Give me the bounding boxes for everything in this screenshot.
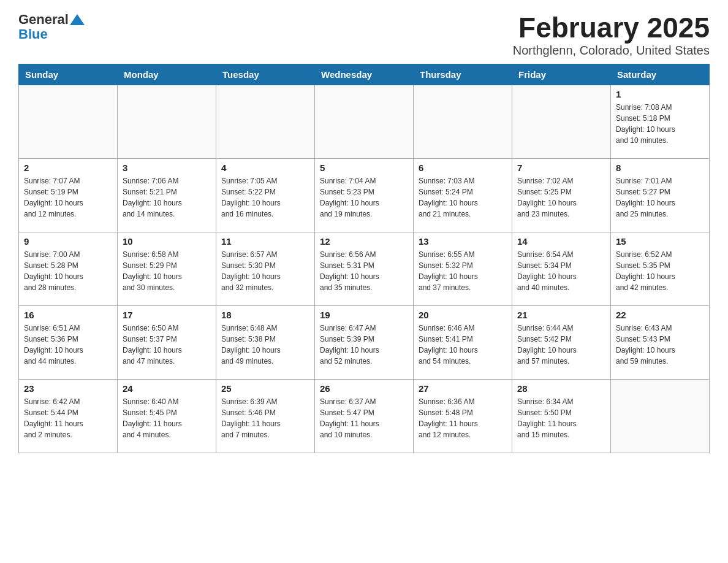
page-header: General Blue February 2025 Northglenn, C… [18, 12, 710, 58]
calendar-title-block: February 2025 Northglenn, Colorado, Unit… [513, 12, 710, 58]
day-info: Sunrise: 6:57 AMSunset: 5:30 PMDaylight:… [221, 249, 309, 293]
table-row: 12Sunrise: 6:56 AMSunset: 5:31 PMDayligh… [315, 232, 414, 305]
day-number: 3 [123, 163, 211, 173]
day-info: Sunrise: 6:51 AMSunset: 5:36 PMDaylight:… [24, 323, 112, 367]
header-wednesday: Wednesday [315, 64, 414, 85]
day-number: 19 [320, 310, 408, 320]
header-monday: Monday [118, 64, 216, 85]
day-number: 22 [616, 310, 704, 320]
day-number: 15 [616, 236, 704, 247]
table-row: 7Sunrise: 7:02 AMSunset: 5:25 PMDaylight… [512, 158, 611, 232]
day-info: Sunrise: 6:42 AMSunset: 5:44 PMDaylight:… [24, 396, 112, 440]
day-info: Sunrise: 6:47 AMSunset: 5:39 PMDaylight:… [320, 323, 408, 367]
day-info: Sunrise: 6:43 AMSunset: 5:43 PMDaylight:… [616, 323, 704, 367]
day-info: Sunrise: 6:56 AMSunset: 5:31 PMDaylight:… [320, 249, 408, 293]
table-row: 18Sunrise: 6:48 AMSunset: 5:38 PMDayligh… [216, 305, 315, 379]
table-row: 15Sunrise: 6:52 AMSunset: 5:35 PMDayligh… [611, 232, 710, 305]
table-row: 13Sunrise: 6:55 AMSunset: 5:32 PMDayligh… [414, 232, 512, 305]
day-info: Sunrise: 7:08 AMSunset: 5:18 PMDaylight:… [616, 102, 704, 146]
calendar-week-row: 23Sunrise: 6:42 AMSunset: 5:44 PMDayligh… [19, 379, 710, 453]
day-info: Sunrise: 7:03 AMSunset: 5:24 PMDaylight:… [419, 175, 507, 220]
table-row: 8Sunrise: 7:01 AMSunset: 5:27 PMDaylight… [611, 158, 710, 232]
logo: General Blue [18, 12, 86, 42]
table-row: 11Sunrise: 6:57 AMSunset: 5:30 PMDayligh… [216, 232, 315, 305]
day-info: Sunrise: 6:58 AMSunset: 5:29 PMDaylight:… [123, 249, 211, 293]
calendar-header-row: Sunday Monday Tuesday Wednesday Thursday… [19, 64, 710, 85]
day-number: 26 [320, 383, 408, 394]
day-number: 2 [24, 163, 112, 173]
table-row [414, 85, 512, 158]
day-info: Sunrise: 7:02 AMSunset: 5:25 PMDaylight:… [517, 175, 605, 220]
day-number: 1 [616, 89, 704, 99]
day-info: Sunrise: 6:54 AMSunset: 5:34 PMDaylight:… [517, 249, 605, 293]
day-number: 14 [517, 236, 605, 247]
day-info: Sunrise: 6:52 AMSunset: 5:35 PMDaylight:… [616, 249, 704, 293]
svg-marker-0 [70, 14, 85, 25]
table-row [611, 379, 710, 453]
day-number: 6 [419, 163, 507, 173]
day-info: Sunrise: 6:34 AMSunset: 5:50 PMDaylight:… [517, 396, 605, 440]
table-row: 21Sunrise: 6:44 AMSunset: 5:42 PMDayligh… [512, 305, 611, 379]
calendar-table: Sunday Monday Tuesday Wednesday Thursday… [18, 64, 710, 453]
day-info: Sunrise: 6:36 AMSunset: 5:48 PMDaylight:… [419, 396, 507, 440]
day-info: Sunrise: 6:46 AMSunset: 5:41 PMDaylight:… [419, 323, 507, 367]
logo-triangle-icon [69, 13, 86, 26]
table-row: 25Sunrise: 6:39 AMSunset: 5:46 PMDayligh… [216, 379, 315, 453]
day-info: Sunrise: 6:48 AMSunset: 5:38 PMDaylight:… [221, 323, 309, 367]
table-row [512, 85, 611, 158]
day-number: 27 [419, 383, 507, 394]
calendar-week-row: 9Sunrise: 7:00 AMSunset: 5:28 PMDaylight… [19, 232, 710, 305]
table-row: 14Sunrise: 6:54 AMSunset: 5:34 PMDayligh… [512, 232, 611, 305]
table-row [118, 85, 216, 158]
logo-general-text: General [18, 12, 69, 27]
day-number: 16 [24, 310, 112, 320]
table-row [19, 85, 118, 158]
calendar-month-year: February 2025 [513, 12, 710, 44]
table-row: 3Sunrise: 7:06 AMSunset: 5:21 PMDaylight… [118, 158, 216, 232]
day-number: 20 [419, 310, 507, 320]
day-number: 7 [517, 163, 605, 173]
table-row: 27Sunrise: 6:36 AMSunset: 5:48 PMDayligh… [414, 379, 512, 453]
table-row: 19Sunrise: 6:47 AMSunset: 5:39 PMDayligh… [315, 305, 414, 379]
header-friday: Friday [512, 64, 611, 85]
header-saturday: Saturday [611, 64, 710, 85]
day-number: 5 [320, 163, 408, 173]
table-row: 1Sunrise: 7:08 AMSunset: 5:18 PMDaylight… [611, 85, 710, 158]
day-number: 4 [221, 163, 309, 173]
day-number: 25 [221, 383, 309, 394]
day-number: 28 [517, 383, 605, 394]
day-number: 23 [24, 383, 112, 394]
day-number: 17 [123, 310, 211, 320]
day-number: 12 [320, 236, 408, 247]
table-row: 22Sunrise: 6:43 AMSunset: 5:43 PMDayligh… [611, 305, 710, 379]
table-row: 16Sunrise: 6:51 AMSunset: 5:36 PMDayligh… [19, 305, 118, 379]
day-number: 8 [616, 163, 704, 173]
day-number: 13 [419, 236, 507, 247]
day-info: Sunrise: 7:01 AMSunset: 5:27 PMDaylight:… [616, 175, 704, 220]
day-info: Sunrise: 7:07 AMSunset: 5:19 PMDaylight:… [24, 175, 112, 220]
calendar-week-row: 16Sunrise: 6:51 AMSunset: 5:36 PMDayligh… [19, 305, 710, 379]
table-row: 10Sunrise: 6:58 AMSunset: 5:29 PMDayligh… [118, 232, 216, 305]
table-row: 17Sunrise: 6:50 AMSunset: 5:37 PMDayligh… [118, 305, 216, 379]
day-info: Sunrise: 7:04 AMSunset: 5:23 PMDaylight:… [320, 175, 408, 220]
day-info: Sunrise: 6:37 AMSunset: 5:47 PMDaylight:… [320, 396, 408, 440]
table-row [315, 85, 414, 158]
day-info: Sunrise: 6:39 AMSunset: 5:46 PMDaylight:… [221, 396, 309, 440]
day-info: Sunrise: 6:44 AMSunset: 5:42 PMDaylight:… [517, 323, 605, 367]
day-number: 21 [517, 310, 605, 320]
table-row: 26Sunrise: 6:37 AMSunset: 5:47 PMDayligh… [315, 379, 414, 453]
day-info: Sunrise: 6:55 AMSunset: 5:32 PMDaylight:… [419, 249, 507, 293]
calendar-week-row: 1Sunrise: 7:08 AMSunset: 5:18 PMDaylight… [19, 85, 710, 158]
header-tuesday: Tuesday [216, 64, 315, 85]
logo-blue-text: Blue [18, 26, 48, 42]
table-row: 28Sunrise: 6:34 AMSunset: 5:50 PMDayligh… [512, 379, 611, 453]
day-info: Sunrise: 6:50 AMSunset: 5:37 PMDaylight:… [123, 323, 211, 367]
day-info: Sunrise: 7:06 AMSunset: 5:21 PMDaylight:… [123, 175, 211, 220]
table-row: 5Sunrise: 7:04 AMSunset: 5:23 PMDaylight… [315, 158, 414, 232]
calendar-week-row: 2Sunrise: 7:07 AMSunset: 5:19 PMDaylight… [19, 158, 710, 232]
calendar-location: Northglenn, Colorado, United States [513, 44, 710, 58]
table-row: 4Sunrise: 7:05 AMSunset: 5:22 PMDaylight… [216, 158, 315, 232]
day-number: 11 [221, 236, 309, 247]
table-row: 2Sunrise: 7:07 AMSunset: 5:19 PMDaylight… [19, 158, 118, 232]
table-row: 9Sunrise: 7:00 AMSunset: 5:28 PMDaylight… [19, 232, 118, 305]
